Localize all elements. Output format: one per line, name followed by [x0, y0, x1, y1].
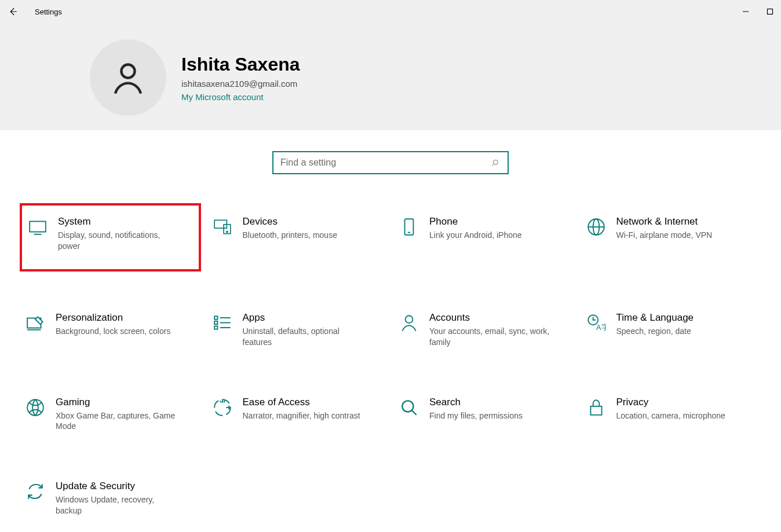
tile-desc: Xbox Game Bar, captures, Game Mode: [56, 410, 177, 432]
svg-point-28: [402, 401, 413, 412]
tile-text: Personalization Background, lock screen,…: [56, 312, 170, 337]
titlebar: Settings: [0, 0, 781, 23]
titlebar-left: Settings: [7, 6, 62, 17]
tile-text: Accounts Your accounts, email, sync, wor…: [429, 312, 551, 348]
user-block: Ishita Saxena ishitasaxena2109@gmail.com…: [90, 39, 300, 116]
phone-icon: [399, 217, 419, 237]
user-avatar-icon: [109, 58, 147, 97]
tile-text: System Display, sound, notifications, po…: [58, 216, 180, 252]
tile-phone[interactable]: Phone Link your Android, iPhone: [393, 208, 575, 271]
back-button[interactable]: [7, 6, 19, 17]
user-display-name: Ishita Saxena: [181, 54, 300, 75]
devices-icon: [213, 217, 232, 237]
tile-ease-of-access[interactable]: Ease of Access Narrator, magnifier, high…: [207, 388, 388, 441]
svg-rect-17: [214, 316, 217, 319]
svg-rect-5: [30, 221, 46, 232]
avatar[interactable]: [90, 39, 166, 116]
tile-desc: Location, camera, microphone: [616, 410, 725, 421]
minimize-button[interactable]: [742, 8, 750, 16]
search-icon: [491, 158, 501, 167]
tile-text: Apps Uninstall, defaults, optional featu…: [243, 312, 364, 348]
svg-point-9: [226, 231, 227, 232]
settings-grid: System Display, sound, notifications, po…: [20, 208, 761, 524]
svg-line-29: [412, 410, 416, 414]
tile-text: Search Find my files, permissions: [429, 397, 523, 421]
tile-desc: Your accounts, email, sync, work, family: [429, 326, 551, 348]
tile-desc: Narrator, magnifier, high contrast: [243, 410, 360, 421]
tile-text: Update & Security Windows Update, recove…: [56, 480, 177, 516]
tile-desc: Wi-Fi, airplane mode, VPN: [616, 230, 713, 241]
tile-title: Accounts: [429, 312, 551, 324]
tile-text: Time & Language Speech, region, date: [616, 312, 694, 337]
tile-desc: Find my files, permissions: [429, 410, 523, 421]
search-row: [0, 151, 781, 174]
tile-privacy[interactable]: Privacy Location, camera, microphone: [581, 388, 762, 441]
svg-rect-30: [590, 406, 601, 414]
tile-desc: Background, lock screen, colors: [56, 326, 170, 337]
svg-rect-19: [214, 326, 217, 329]
tile-text: Devices Bluetooth, printers, mouse: [243, 216, 337, 241]
search-box[interactable]: [272, 151, 509, 174]
tile-desc: Speech, region, date: [616, 326, 694, 337]
tile-title: Devices: [243, 216, 337, 228]
tile-title: Ease of Access: [243, 397, 360, 408]
personalization-icon: [25, 313, 45, 333]
tile-title: Phone: [429, 216, 522, 228]
search-input[interactable]: [280, 157, 491, 168]
tile-title: Personalization: [56, 312, 170, 324]
update-icon: [25, 482, 45, 501]
system-icon: [28, 217, 48, 237]
tile-update-security[interactable]: Update & Security Windows Update, recove…: [20, 472, 201, 524]
svg-point-23: [406, 315, 413, 323]
tile-desc: Display, sound, notifications, power: [58, 230, 180, 252]
tile-text: Ease of Access Narrator, magnifier, high…: [243, 397, 360, 421]
svg-line-4: [492, 164, 494, 166]
tile-text: Phone Link your Android, iPhone: [429, 216, 522, 241]
tile-title: Update & Security: [56, 480, 177, 492]
tile-gaming[interactable]: Gaming Xbox Game Bar, captures, Game Mod…: [20, 388, 201, 441]
window-title: Settings: [35, 8, 62, 16]
tile-time-language[interactable]: A字 Time & Language Speech, region, date: [581, 304, 762, 356]
user-info: Ishita Saxena ishitasaxena2109@gmail.com…: [181, 54, 300, 102]
microsoft-account-link[interactable]: My Microsoft account: [181, 92, 300, 102]
tile-title: Privacy: [616, 397, 725, 408]
tile-title: Time & Language: [616, 312, 694, 324]
svg-point-2: [121, 64, 134, 78]
svg-point-3: [493, 160, 498, 164]
tile-system[interactable]: System Display, sound, notifications, po…: [20, 203, 201, 271]
svg-rect-1: [768, 9, 773, 14]
tile-desc: Link your Android, iPhone: [429, 230, 522, 241]
tile-title: Gaming: [56, 397, 177, 408]
tile-desc: Bluetooth, printers, mouse: [243, 230, 337, 241]
apps-icon: [213, 313, 232, 333]
minimize-icon: [742, 8, 749, 15]
tile-desc: Uninstall, defaults, optional features: [243, 326, 364, 348]
accounts-icon: [399, 313, 419, 333]
maximize-icon: [767, 8, 773, 15]
svg-rect-18: [214, 321, 217, 324]
tile-accounts[interactable]: Accounts Your accounts, email, sync, wor…: [393, 304, 575, 356]
tile-text: Gaming Xbox Game Bar, captures, Game Mod…: [56, 397, 177, 432]
tile-search[interactable]: Search Find my files, permissions: [393, 388, 575, 441]
time-language-icon: A字: [586, 313, 606, 333]
tile-desc: Windows Update, recovery, backup: [56, 494, 177, 516]
tile-apps[interactable]: Apps Uninstall, defaults, optional featu…: [207, 304, 388, 356]
tile-title: Apps: [243, 312, 364, 324]
tile-network[interactable]: Network & Internet Wi-Fi, airplane mode,…: [581, 208, 762, 271]
globe-icon: [586, 217, 606, 237]
user-email: ishitasaxena2109@gmail.com: [181, 79, 300, 89]
maximize-button[interactable]: [766, 8, 774, 16]
gaming-icon: [25, 398, 45, 417]
lock-icon: [586, 398, 606, 417]
svg-point-26: [27, 399, 43, 416]
tile-title: Network & Internet: [616, 216, 713, 228]
arrow-left-icon: [8, 6, 18, 17]
tile-devices[interactable]: Devices Bluetooth, printers, mouse: [207, 208, 388, 271]
window-controls: [742, 8, 774, 16]
header-region: Settings Ishita Saxena ishitasaxena2109@…: [0, 0, 781, 130]
tile-text: Network & Internet Wi-Fi, airplane mode,…: [616, 216, 713, 241]
tile-personalization[interactable]: Personalization Background, lock screen,…: [20, 304, 201, 356]
ease-of-access-icon: [213, 398, 232, 417]
search-tile-icon: [399, 398, 419, 417]
svg-text:A字: A字: [596, 322, 606, 331]
